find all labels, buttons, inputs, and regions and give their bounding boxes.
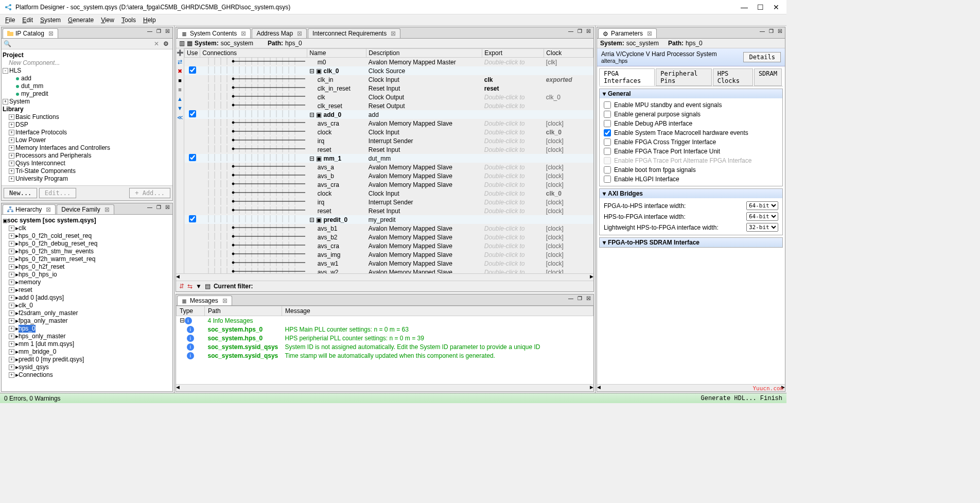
tree-item[interactable]: +▸ f2sdram_only_master: [3, 309, 171, 317]
table-row[interactable]: ⊟ ▣ add_0add: [185, 110, 593, 119]
option-checkbox[interactable]: [604, 157, 611, 164]
table-row[interactable]: avs_craAvalon Memory Mapped SlaveDouble-…: [185, 180, 593, 189]
panel-close-icon[interactable]: ☒: [584, 28, 592, 35]
ip-catalog-search-input[interactable]: [11, 40, 152, 47]
table-row[interactable]: clkClock OutputDouble-click toclk_0: [185, 93, 593, 101]
filter-icon[interactable]: ⇵: [179, 283, 184, 290]
width-select[interactable]: 64-bit: [746, 201, 778, 210]
width-select[interactable]: 64-bit: [746, 212, 778, 221]
tree-item[interactable]: +▸ hps_0_f2h_debug_reset_req: [3, 240, 171, 248]
status-actions[interactable]: Generate HDL... Finish: [701, 395, 782, 402]
move-down-icon[interactable]: ▼: [177, 105, 184, 112]
table-row[interactable]: avs_b1Avalon Memory Mapped SlaveDouble-c…: [185, 224, 593, 233]
panel-close-icon[interactable]: ☒: [163, 28, 171, 35]
tree-item[interactable]: +▸ hps_0_hps_io: [3, 271, 171, 279]
filter-icon[interactable]: ▤: [205, 283, 211, 290]
horizontal-scrollbar[interactable]: [176, 273, 593, 281]
tab-close-icon[interactable]: ⊠: [104, 206, 110, 213]
tool-icon[interactable]: ■: [177, 77, 184, 84]
table-row[interactable]: clockClock InputDouble-click toclk_0: [185, 189, 593, 198]
tree-item[interactable]: +Memory Interfaces and Controllers: [3, 144, 171, 152]
use-checkbox[interactable]: [189, 110, 196, 117]
tree-item[interactable]: dut_mm: [3, 82, 171, 90]
tab-close-icon[interactable]: ⊠: [297, 30, 302, 37]
tree-item[interactable]: +Basic Functions: [3, 113, 171, 121]
tree-item[interactable]: +▸ hps_0: [3, 325, 171, 333]
tree-item[interactable]: New Component...: [3, 59, 171, 67]
details-button[interactable]: Details: [743, 52, 781, 62]
table-row[interactable]: resetReset InputDouble-click to[clock]: [185, 206, 593, 215]
tab-messages[interactable]: ≣ Messages ⊠: [177, 296, 232, 305]
checkbox-row[interactable]: Enable System Trace Macrocell hardware e…: [604, 128, 778, 137]
checkbox-row[interactable]: Enable FPGA Trace Port Alternate FPGA In…: [604, 156, 778, 165]
table-row[interactable]: isoc_system.sysid_qsysSystem ID is not a…: [177, 342, 593, 351]
tree-item[interactable]: +System: [3, 98, 171, 106]
tool-icon[interactable]: ≡: [177, 86, 184, 94]
table-row[interactable]: ⊟ ▣ predit_0my_predit: [185, 215, 593, 224]
tab-close-icon[interactable]: ⊠: [48, 30, 54, 37]
tab-parameters[interactable]: ⚙ Parameters ⊠: [598, 28, 657, 38]
use-checkbox[interactable]: [189, 154, 196, 161]
panel-minimize-icon[interactable]: —: [146, 204, 154, 211]
add-button[interactable]: + Add...: [129, 188, 170, 198]
tool-icon[interactable]: ≪: [177, 114, 184, 122]
tree-item[interactable]: +▸ memory: [3, 279, 171, 286]
menu-file[interactable]: File: [2, 15, 18, 25]
collapse-icon[interactable]: ▾: [603, 239, 606, 246]
table-row[interactable]: irqInterrupt SenderDouble-click to[clock…: [185, 198, 593, 206]
tree-item[interactable]: Library: [3, 106, 171, 113]
tree-item[interactable]: +▸ hps_0_f2h_warm_reset_req: [3, 255, 171, 263]
new-button[interactable]: New...: [4, 188, 37, 198]
link-icon[interactable]: ⇄: [177, 59, 184, 66]
table-row[interactable]: clockClock InputDouble-click toclk_0: [185, 128, 593, 136]
option-checkbox[interactable]: [604, 138, 611, 146]
toggle-icon[interactable]: ▥: [179, 40, 185, 47]
checkbox-row[interactable]: Enable HLGPI Interface: [604, 175, 778, 184]
tree-item[interactable]: +▸ hps_0_f2h_stm_hw_events: [3, 248, 171, 255]
tree-item[interactable]: +Qsys Interconnect: [3, 160, 171, 167]
tab-close-icon[interactable]: ⊠: [222, 297, 227, 304]
edit-button[interactable]: Edit...: [39, 188, 77, 198]
tree-item[interactable]: +Processors and Peripherals: [3, 152, 171, 160]
panel-restore-icon[interactable]: ❐: [154, 204, 163, 211]
table-row[interactable]: ⊟ ▣ mm_1dut_mm: [185, 154, 593, 163]
tree-item[interactable]: +▸ mm_bridge_0: [3, 348, 171, 356]
checkbox-row[interactable]: Enable FPGA Cross Trigger Interface: [604, 137, 778, 147]
tree-item[interactable]: +▸ Connections: [3, 371, 171, 379]
table-row[interactable]: irqInterrupt SenderDouble-click to[clock…: [185, 136, 593, 145]
tab-system-contents[interactable]: ≣ System Contents ⊠: [177, 28, 251, 38]
tree-item[interactable]: +Low Power: [3, 136, 171, 144]
panel-restore-icon[interactable]: ❐: [154, 28, 163, 35]
table-row[interactable]: ⊟i4 Info Messages: [177, 316, 593, 325]
close-button[interactable]: ✕: [773, 3, 779, 11]
tab-address-map[interactable]: Address Map ⊠: [252, 28, 307, 38]
panel-restore-icon[interactable]: ❐: [575, 28, 584, 35]
tree-item[interactable]: +▸ mm 1 [dut mm.qsys]: [3, 340, 171, 348]
tree-item[interactable]: -HLS: [3, 67, 171, 75]
menu-help[interactable]: Help: [140, 15, 159, 25]
tree-item[interactable]: +▸ reset: [3, 286, 171, 294]
tab-close-icon[interactable]: ⊠: [391, 30, 396, 37]
table-row[interactable]: ⊟ ▣ clk_0Clock Source: [185, 66, 593, 75]
tree-item[interactable]: ▣ soc system [soc system.qsys]: [3, 217, 171, 224]
minimize-button[interactable]: —: [741, 3, 748, 11]
horizontal-scrollbar[interactable]: [176, 384, 593, 391]
table-row[interactable]: isoc_system.sysid_qsysTime stamp will be…: [177, 351, 593, 360]
tree-item[interactable]: +Tri-State Components: [3, 167, 171, 175]
table-row[interactable]: avs_craAvalon Memory Mapped SlaveDouble-…: [185, 241, 593, 250]
menu-edit[interactable]: Edit: [19, 15, 36, 25]
panel-minimize-icon[interactable]: —: [758, 28, 766, 35]
option-checkbox[interactable]: [604, 120, 611, 127]
panel-close-icon[interactable]: ☒: [776, 28, 784, 35]
width-select[interactable]: 32-bit: [746, 223, 778, 232]
menu-generate[interactable]: Generate: [65, 15, 97, 25]
tree-item[interactable]: +▸ hps_0_f2h_cold_reset_req: [3, 232, 171, 240]
param-tab-peripheral-pins[interactable]: Peripheral Pins: [656, 68, 711, 86]
tab-close-icon[interactable]: ⊠: [241, 30, 246, 37]
add-icon[interactable]: ➕: [177, 49, 184, 57]
clear-search-icon[interactable]: ✕: [152, 40, 161, 47]
table-row[interactable]: avs_imgAvalon Memory Mapped SlaveDouble-…: [185, 250, 593, 259]
option-checkbox[interactable]: [604, 101, 611, 109]
table-row[interactable]: avs_aAvalon Memory Mapped SlaveDouble-cl…: [185, 163, 593, 171]
menu-system[interactable]: System: [37, 15, 64, 25]
